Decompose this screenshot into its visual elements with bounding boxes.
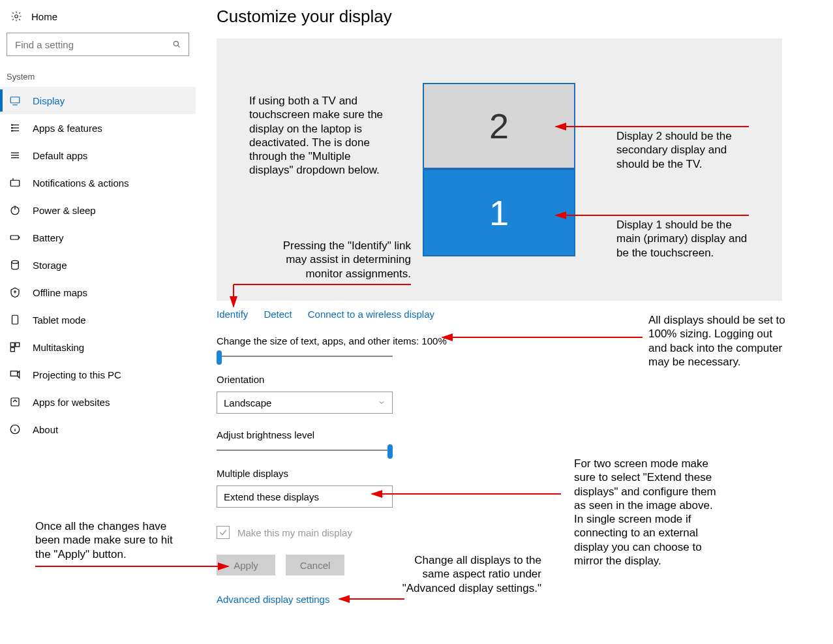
nav-icon <box>9 95 21 106</box>
svg-point-20 <box>12 260 19 264</box>
sidebar-item-label: Multitasking <box>33 342 84 353</box>
sidebar-item-about[interactable]: About <box>0 416 196 443</box>
svg-rect-24 <box>16 343 20 346</box>
annotation-text: Display 1 should be the main (primary) d… <box>616 218 753 260</box>
home-link[interactable]: Home <box>0 5 196 27</box>
annotation-text: Once all the changes have been made make… <box>35 519 185 561</box>
monitor-2[interactable]: 2 <box>423 83 575 169</box>
sidebar-item-label: Projecting to this PC <box>33 369 121 380</box>
main-display-checkbox-label: Make this my main display <box>237 527 352 538</box>
sidebar-item-power-sleep[interactable]: Power & sleep <box>0 196 196 224</box>
nav-icon <box>9 122 21 134</box>
monitor-1-label: 1 <box>489 192 509 233</box>
sidebar-item-tablet-mode[interactable]: Tablet mode <box>0 306 196 333</box>
sidebar-item-label: Notifications & actions <box>33 177 129 189</box>
multiple-displays-select[interactable]: Extend these displays <box>217 485 393 508</box>
sidebar-item-label: Offline maps <box>33 287 87 298</box>
svg-rect-18 <box>10 236 18 239</box>
nav-icon <box>9 177 21 189</box>
sidebar-item-display[interactable]: Display <box>0 87 196 114</box>
sidebar-item-projecting-to-this-pc[interactable]: Projecting to this PC <box>0 361 196 388</box>
detect-link[interactable]: Detect <box>264 309 292 320</box>
sidebar-item-notifications-actions[interactable]: Notifications & actions <box>0 169 196 196</box>
nav-icon <box>9 232 21 243</box>
svg-rect-23 <box>10 343 14 346</box>
sidebar-item-label: Apps for websites <box>33 397 110 408</box>
brightness-slider[interactable] <box>217 448 393 452</box>
svg-rect-25 <box>10 348 14 352</box>
annotation-text: If using both a TV and touchscreen make … <box>249 94 393 177</box>
nav-icon <box>9 286 21 298</box>
text-size-slider[interactable] <box>217 354 393 358</box>
nav-icon <box>9 369 21 380</box>
annotation-text: Change all displays to the same aspect r… <box>398 553 541 595</box>
nav-icon <box>9 149 21 161</box>
advanced-display-settings-link[interactable]: Advanced display settings <box>217 594 833 605</box>
multiple-displays-label: Multiple displays <box>217 468 833 479</box>
sidebar-item-label: Display <box>33 95 65 106</box>
nav-icon <box>9 259 21 271</box>
orientation-label: Orientation <box>217 374 833 385</box>
svg-rect-21 <box>12 315 18 324</box>
svg-rect-14 <box>10 180 20 186</box>
sidebar-item-label: Default apps <box>33 150 87 161</box>
annotation-text: Display 2 should be the secondary displa… <box>616 129 747 171</box>
sidebar-item-label: Tablet mode <box>33 314 86 326</box>
svg-rect-26 <box>10 371 18 376</box>
svg-rect-3 <box>10 97 20 103</box>
svg-rect-27 <box>11 398 19 406</box>
monitor-1[interactable]: 1 <box>423 169 575 256</box>
annotation-text: For two screen mode make sure to select … <box>574 457 718 568</box>
monitor-2-label: 2 <box>489 106 509 146</box>
sidebar-item-default-apps[interactable]: Default apps <box>0 142 196 169</box>
search-icon <box>172 40 181 49</box>
chevron-down-icon <box>378 493 386 500</box>
sidebar-item-label: Apps & features <box>33 123 102 134</box>
sidebar-item-apps-features[interactable]: Apps & features <box>0 114 196 142</box>
orientation-select[interactable]: Landscape <box>217 391 393 414</box>
sidebar-item-apps-for-websites[interactable]: Apps for websites <box>0 388 196 416</box>
sidebar-item-multitasking[interactable]: Multitasking <box>0 333 196 361</box>
nav-icon <box>9 204 21 216</box>
chevron-down-icon <box>378 399 386 406</box>
sidebar-item-offline-maps[interactable]: Offline maps <box>0 279 196 306</box>
nav-icon <box>9 314 21 326</box>
sidebar-item-battery[interactable]: Battery <box>0 224 196 251</box>
sidebar-item-label: Power & sleep <box>33 205 96 216</box>
svg-point-0 <box>15 15 18 18</box>
section-header: System <box>0 56 196 87</box>
main-display-checkbox-row: Make this my main display <box>217 526 833 539</box>
apply-button[interactable]: Apply <box>217 555 275 575</box>
gear-icon <box>10 10 22 22</box>
nav-icon <box>9 396 21 408</box>
sidebar-item-label: Battery <box>33 232 64 243</box>
main-display-checkbox[interactable] <box>217 526 230 539</box>
nav-icon <box>9 423 21 435</box>
annotation-text: All displays should be set to 100% sizin… <box>648 313 792 369</box>
annotation-text: Pressing the "Identify" link may assist … <box>280 239 411 281</box>
wireless-display-link[interactable]: Connect to a wireless display <box>308 309 434 320</box>
sidebar-item-storage[interactable]: Storage <box>0 251 196 279</box>
cancel-button[interactable]: Cancel <box>286 555 344 575</box>
nav-icon <box>9 341 21 353</box>
orientation-value: Landscape <box>224 397 271 408</box>
identify-link[interactable]: Identify <box>217 309 248 320</box>
sidebar-item-label: About <box>33 424 58 435</box>
svg-point-1 <box>174 41 178 46</box>
search-input[interactable] <box>7 33 189 56</box>
home-label: Home <box>31 11 57 22</box>
multiple-displays-value: Extend these displays <box>224 491 319 502</box>
brightness-label: Adjust brightness level <box>217 429 833 440</box>
sidebar-item-label: Storage <box>33 260 67 271</box>
page-title: Customize your display <box>217 7 833 27</box>
svg-line-2 <box>177 45 179 47</box>
